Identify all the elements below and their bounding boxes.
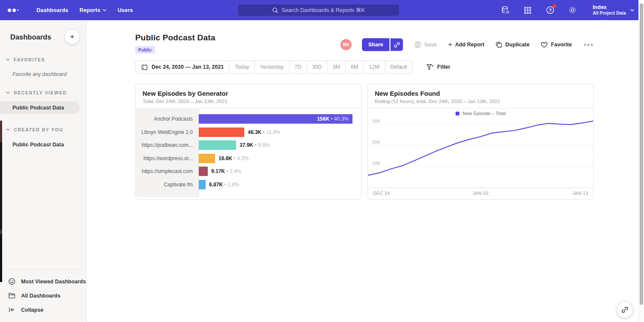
date-preset-button[interactable]: 30D bbox=[307, 61, 327, 73]
section-created-by-you[interactable]: CREATED BY YOU bbox=[0, 127, 86, 132]
share-link-button[interactable] bbox=[390, 38, 403, 51]
app-logo-icon[interactable] bbox=[8, 9, 18, 12]
filter-label: Filter bbox=[437, 64, 450, 70]
filter-bar: Dec 24, 2020 — Jan 13, 2021 TodayYesterd… bbox=[87, 54, 638, 73]
plus-icon: + bbox=[448, 41, 452, 48]
sidebar-item-public-podcast-data[interactable]: Public Podcast Data bbox=[0, 101, 80, 114]
chevron-down-icon bbox=[6, 128, 10, 131]
duplicate-icon bbox=[495, 41, 502, 48]
bar-value-label: 16.6K • 4.3% bbox=[219, 155, 249, 161]
bar-chart-plot: Anchor Podcasts156K • 40.3%Libsyn WebEng… bbox=[136, 109, 361, 197]
add-report-button[interactable]: + Add Report bbox=[448, 42, 484, 48]
smiley-icon bbox=[8, 278, 15, 285]
sidebar-footer: Most Viewed Dashboards All Dashboards Co… bbox=[0, 270, 86, 322]
bar-chart-title: New Episodes by Generator bbox=[143, 90, 354, 97]
data-sources-icon[interactable] bbox=[501, 6, 510, 15]
nav-dashboards[interactable]: Dashboards bbox=[36, 7, 68, 13]
date-preset-button[interactable]: Today bbox=[229, 61, 254, 73]
avatar[interactable]: RH bbox=[340, 39, 352, 50]
x-axis-tick bbox=[481, 186, 481, 188]
duplicate-button[interactable]: Duplicate bbox=[495, 41, 529, 48]
all-dashboards-button[interactable]: All Dashboards bbox=[0, 289, 86, 303]
sidebar-item-public-podcast-data-2[interactable]: Public Podcast Data bbox=[0, 138, 80, 151]
search-input[interactable]: Search Dashboards & Reports ⌘K bbox=[237, 4, 400, 16]
bar-category-label: https://simplecast.com bbox=[136, 168, 199, 174]
date-preset-button[interactable]: Yesterday bbox=[255, 61, 289, 73]
bar-category-label: Anchor Podcasts bbox=[136, 116, 199, 122]
favorite-button[interactable]: Favorite bbox=[541, 42, 572, 48]
filter-funnel-icon bbox=[426, 64, 434, 70]
page-title: Public Podcast Data bbox=[135, 33, 215, 43]
bar bbox=[199, 128, 244, 137]
page-scrollbar bbox=[638, 0, 644, 322]
bar-row: https://wordpress.or...16.6K • 4.3% bbox=[136, 152, 361, 165]
date-preset-button[interactable]: 3M bbox=[327, 61, 345, 73]
calendar-icon bbox=[141, 64, 148, 70]
bar-value-label: 156K • 40.3% bbox=[317, 114, 349, 124]
line-chart-plot: New Episode – Total 10K20K30K DEC 24 JAN… bbox=[368, 109, 593, 197]
x-tick-label: JAN 13 bbox=[572, 191, 588, 196]
add-dashboard-button[interactable]: + bbox=[65, 30, 79, 44]
bar-value-label: 9.17K • 2.4% bbox=[211, 168, 241, 174]
bar bbox=[199, 180, 206, 189]
y-tick-label: 20K bbox=[372, 140, 380, 145]
y-tick-label: 30K bbox=[372, 119, 380, 124]
legend-label: New Episode – Total bbox=[462, 111, 505, 116]
nav-users[interactable]: Users bbox=[118, 7, 133, 13]
bar-row: Libsyn WebEngine 2.046.3K • 11.9% bbox=[136, 126, 361, 139]
project-name: Index bbox=[592, 4, 626, 10]
save-icon bbox=[414, 41, 421, 48]
dashboard-actions: RH Share Save + Add Report Duplicate bbox=[340, 38, 594, 51]
more-options-button[interactable] bbox=[583, 42, 594, 48]
bar-row: https://podbean.com...37.9K • 9.8% bbox=[136, 139, 361, 152]
date-preset-button[interactable]: Default bbox=[385, 61, 413, 73]
section-recently-viewed[interactable]: RECENTLY VIEWED bbox=[0, 90, 86, 95]
date-preset-button[interactable]: 6M bbox=[345, 61, 363, 73]
settings-gear-icon[interactable] bbox=[568, 6, 577, 15]
section-favorites[interactable]: FAVORITES bbox=[0, 57, 86, 62]
date-range-label: Dec 24, 2020 — Jan 13, 2021 bbox=[152, 64, 224, 70]
bar-category-label: https://wordpress.or... bbox=[136, 155, 199, 161]
sidebar-title: Dashboards bbox=[10, 33, 51, 41]
most-viewed-dashboards-button[interactable]: Most Viewed Dashboards bbox=[0, 274, 86, 289]
bar bbox=[199, 140, 236, 150]
apps-grid-icon[interactable] bbox=[523, 6, 532, 15]
public-badge: Public bbox=[135, 46, 155, 54]
date-preset-button[interactable]: 7D bbox=[289, 61, 307, 73]
share-button[interactable]: Share bbox=[362, 38, 390, 51]
line-chart-subtitle: Rolling (12 hours), total, Dec 24th, 202… bbox=[375, 99, 586, 104]
y-tick-label: 10K bbox=[372, 161, 380, 166]
date-range-button[interactable]: Dec 24, 2020 — Jan 13, 2021 bbox=[136, 61, 229, 73]
top-navbar: Dashboards Reports Users Search Dashboar… bbox=[0, 0, 638, 20]
get-link-floating-button[interactable] bbox=[617, 302, 633, 318]
bar-category-label: https://podbean.com... bbox=[136, 142, 199, 148]
x-axis: DEC 24 JAN 03 JAN 13 bbox=[368, 188, 593, 197]
line-chart-card: New Episodes Found Rolling (12 hours), t… bbox=[368, 84, 594, 200]
bar-category-label: Captivate.fm bbox=[136, 182, 199, 188]
bar-row: https://simplecast.com9.17K • 2.4% bbox=[136, 165, 361, 178]
bar-value-label: 46.3K • 11.9% bbox=[248, 129, 280, 135]
filter-button[interactable]: Filter bbox=[426, 64, 450, 70]
nav-reports[interactable]: Reports bbox=[79, 7, 106, 13]
collapse-icon bbox=[8, 306, 15, 313]
date-preset-button[interactable]: 12M bbox=[363, 61, 384, 73]
main-content: Public Podcast Data Public RH Share Save… bbox=[87, 20, 638, 322]
favorites-empty-hint: Favorite any dashboard bbox=[0, 71, 86, 77]
desktop-edge-artifact bbox=[0, 230, 2, 234]
chevron-down-icon bbox=[103, 9, 106, 12]
project-switcher[interactable]: Index All Project Data bbox=[592, 4, 634, 16]
desktop-edge-artifact bbox=[0, 121, 2, 142]
search-icon bbox=[272, 7, 278, 13]
help-icon[interactable]: ? bbox=[545, 6, 555, 15]
project-scope: All Project Data bbox=[592, 10, 626, 16]
bar-value-label: 37.9K • 9.8% bbox=[240, 142, 270, 148]
line-chart-title: New Episodes Found bbox=[375, 90, 586, 97]
chart-legend: New Episode – Total bbox=[368, 109, 593, 118]
scrollbar-thumb[interactable] bbox=[640, 3, 643, 305]
folder-icon bbox=[8, 292, 15, 299]
bar-row: Captivate.fm6.87K • 1.8% bbox=[136, 178, 361, 191]
desktop-edge-artifact bbox=[0, 142, 2, 230]
chevron-down-icon bbox=[630, 9, 634, 12]
collapse-sidebar-button[interactable]: Collapse bbox=[0, 303, 86, 317]
save-button[interactable]: Save bbox=[414, 41, 437, 48]
